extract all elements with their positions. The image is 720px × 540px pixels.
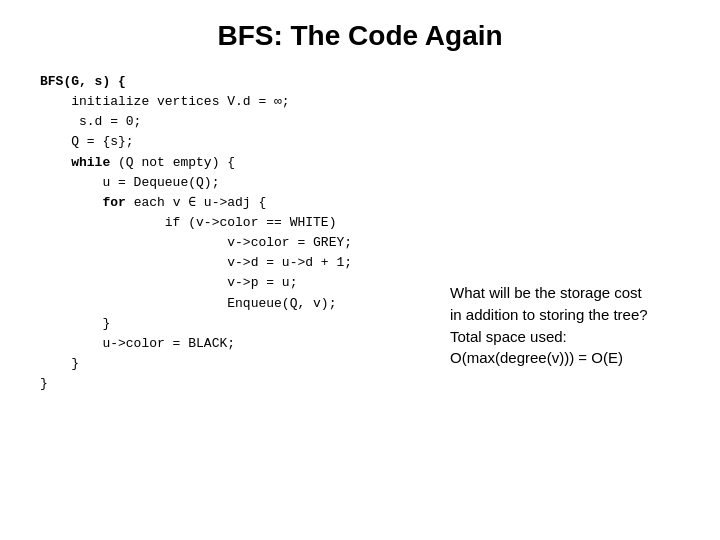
annotation-box: What will be the storage cost in additio…: [450, 282, 680, 369]
annotation-line2: in addition to storing the tree?: [450, 304, 680, 326]
content-area: BFS(G, s) { initialize vertices V.d = ∞;…: [40, 72, 680, 520]
code-line-0: BFS(G, s) { initialize vertices V.d = ∞;…: [40, 74, 352, 391]
annotation-line4: O(max(degree(v))) = O(E): [450, 347, 680, 369]
page: BFS: The Code Again BFS(G, s) { initiali…: [0, 0, 720, 540]
code-block: BFS(G, s) { initialize vertices V.d = ∞;…: [40, 72, 440, 394]
page-title: BFS: The Code Again: [40, 20, 680, 52]
annotation-line3: Total space used:: [450, 326, 680, 348]
annotation-line1: What will be the storage cost: [450, 282, 680, 304]
